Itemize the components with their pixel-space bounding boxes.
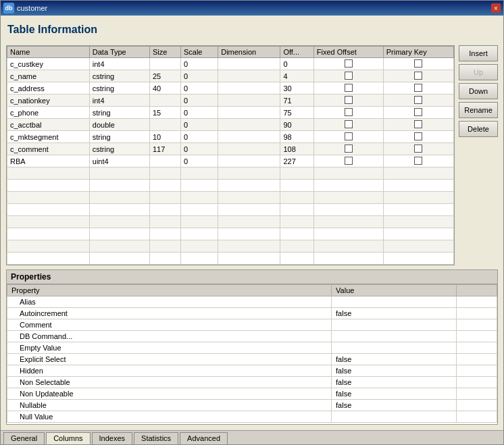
table-row[interactable]: c_phonestring15075 [7, 107, 454, 119]
tab-statistics[interactable]: Statistics [134, 432, 178, 444]
insert-button[interactable]: Insert [459, 45, 498, 61]
window-icon: db [3, 3, 14, 14]
col-dimension: Dimension [218, 47, 280, 58]
section-title: Table Information [6, 21, 498, 38]
table-row-empty [7, 167, 454, 180]
properties-table: Property Value AliasAutoincrementfalseCo… [7, 284, 497, 423]
prop-row: Autoincrementfalse [7, 308, 497, 319]
prop-row: Non Updateablefalse [7, 388, 497, 400]
prop-row: Empty Value [7, 342, 497, 354]
table-row[interactable]: c_mktsegmentstring10098 [7, 131, 454, 143]
col-primary-key: Primary Key [383, 47, 453, 58]
prop-row: Explicit Selectfalse [7, 354, 497, 365]
col-offset: Off... [280, 47, 313, 58]
table-row[interactable]: c_nationkeyint4071 [7, 95, 454, 107]
table-row[interactable]: c_namecstring2504 [7, 70, 454, 82]
main-table: Name Data Type Size Scale Dimension Off.… [7, 46, 454, 265]
prop-row: DB Command... [7, 331, 497, 342]
tab-label: customer [17, 4, 488, 12]
table-row-empty [7, 253, 454, 265]
table-row-empty [7, 228, 454, 240]
properties-section: Properties Property Value AliasAutoincre… [6, 269, 498, 425]
title-bar: db customer × [1, 1, 503, 16]
table-wrapper: Name Data Type Size Scale Dimension Off.… [6, 45, 455, 265]
table-row-empty [7, 216, 454, 228]
prop-header-row: Property Value [7, 285, 497, 296]
tab-columns[interactable]: Columns [46, 432, 90, 444]
bottom-tabs: GeneralColumnsIndexesStatisticsAdvanced [1, 430, 503, 444]
prop-row: Hiddenfalse [7, 365, 497, 377]
table-row-empty [7, 180, 454, 192]
prop-row: Comment [7, 319, 497, 331]
col-size: Size [149, 47, 180, 58]
col-scale: Scale [180, 47, 218, 58]
table-row[interactable]: c_commentcstring1170108 [7, 143, 454, 155]
table-row-empty [7, 240, 454, 253]
button-panel: Insert Up Down Rename Delete [459, 45, 498, 265]
prop-row: Null Value [7, 411, 497, 423]
prop-col-extra [457, 285, 497, 296]
window-body: Table Information Name Data Type Size Sc… [1, 16, 503, 430]
table-row[interactable]: c_acctbaldouble090 [7, 119, 454, 131]
prop-col-value: Value [332, 285, 457, 296]
table-section: Name Data Type Size Scale Dimension Off.… [6, 45, 498, 265]
tab-general[interactable]: General [3, 432, 45, 444]
table-row[interactable]: c_custkeyint400 [7, 58, 454, 70]
properties-body: Property Value AliasAutoincrementfalseCo… [7, 284, 497, 424]
table-row[interactable]: RBAuint40227 [7, 155, 454, 167]
down-button[interactable]: Down [459, 83, 498, 99]
col-name: Name [7, 47, 90, 58]
table-row-empty [7, 192, 454, 204]
prop-row: Nullablefalse [7, 400, 497, 411]
properties-header: Properties [7, 270, 497, 284]
table-row-empty [7, 204, 454, 216]
tab-advanced[interactable]: Advanced [180, 432, 228, 444]
col-fixed-offset: Fixed Offset [313, 47, 383, 58]
main-window: db customer × Table Information Name Dat… [0, 0, 504, 445]
table-header-row: Name Data Type Size Scale Dimension Off.… [7, 47, 454, 58]
prop-row: Non Selectablefalse [7, 377, 497, 388]
up-button[interactable]: Up [459, 64, 498, 80]
prop-col-property: Property [7, 285, 332, 296]
prop-row: Alias [7, 296, 497, 308]
tab-indexes[interactable]: Indexes [92, 432, 133, 444]
table-row[interactable]: c_addresscstring40030 [7, 82, 454, 95]
col-datatype: Data Type [89, 47, 149, 58]
delete-button[interactable]: Delete [459, 121, 498, 137]
close-button[interactable]: × [491, 3, 501, 13]
rename-button[interactable]: Rename [459, 102, 498, 118]
